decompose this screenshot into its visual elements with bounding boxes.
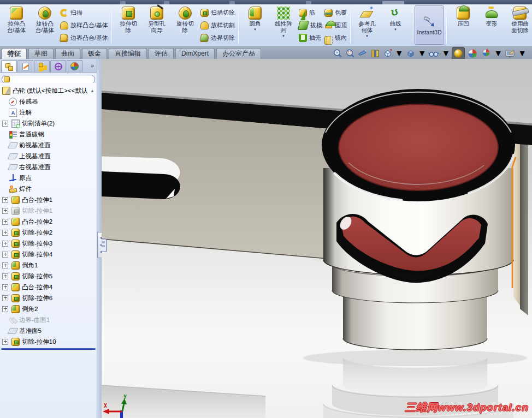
expand-icon[interactable] — [2, 208, 8, 214]
tree-item-plane5[interactable]: 基准面5 — [0, 325, 97, 336]
tree-item-top-plane[interactable]: 上视基准面 — [0, 151, 97, 162]
tree-item-cut-extrude10[interactable]: 切除-拉伸10 — [0, 336, 97, 347]
display-style-icon[interactable] — [405, 48, 416, 59]
tree-item-boss-extrude4[interactable]: 凸台-拉伸4 — [0, 282, 97, 292]
view-orientation-icon[interactable] — [382, 48, 393, 59]
slot-cut[interactable] — [102, 156, 180, 199]
dropdown-arrow-icon[interactable]: ▼ — [394, 28, 397, 31]
hide-show-items-icon[interactable] — [428, 48, 440, 59]
expand-icon[interactable] — [2, 241, 8, 247]
tree-item-sensors[interactable]: 传感器 — [0, 96, 97, 107]
deform-button[interactable]: 变形 — [477, 5, 506, 45]
reference-geometry-button[interactable]: 参考几 何体 ▼ — [353, 5, 381, 45]
wrap-button[interactable]: 包覆 — [324, 7, 347, 18]
instant3d-button[interactable]: Instant3D — [415, 5, 444, 45]
tree-item-chamfer1[interactable]: 倒角1 — [0, 260, 97, 271]
tab-sketch[interactable]: 草图 — [28, 48, 54, 59]
curves-button[interactable]: 曲线 ▼ — [381, 5, 410, 45]
tree-item-front-plane[interactable]: 前视基准面 — [0, 140, 97, 151]
view-previous-icon[interactable] — [357, 48, 368, 59]
tree-item-annotations[interactable]: 注解 — [0, 107, 97, 118]
extruded-cut-button[interactable]: 拉伸切 除 — [114, 5, 143, 45]
expand-icon[interactable] — [2, 197, 8, 203]
tab-sheetmetal[interactable]: 钣金 — [82, 48, 107, 59]
tree-item-chamfer2[interactable]: 倒角2 — [0, 303, 97, 314]
tab-surfaces[interactable]: 曲面 — [55, 48, 80, 59]
rib-button[interactable]: 筋 — [299, 7, 322, 18]
expand-icon[interactable] — [2, 219, 8, 225]
tree-scroll-up-arrow[interactable]: ▲ — [90, 88, 94, 93]
cylinder-red-bore[interactable] — [339, 104, 498, 190]
boundary-boss-button[interactable]: 边界凸台/基体 — [60, 32, 108, 43]
dropdown-arrow-icon[interactable]: ▼ — [418, 49, 427, 58]
cylinder-top-rim[interactable] — [322, 89, 515, 201]
tree-root-part[interactable]: 凸轮 (默认<按加工><<默认 ▲ — [0, 85, 97, 96]
tree-item-origin[interactable]: 原点 — [0, 172, 97, 183]
tree-item-weldment[interactable]: 焊件 — [0, 183, 97, 194]
tree-item-boss-extrude2[interactable]: 凸台-拉伸2 — [0, 216, 97, 227]
tree-item-cut-extrude2[interactable]: 切除-拉伸2 — [0, 227, 97, 238]
tree-item-cut-extrude3[interactable]: 切除-拉伸3 — [0, 238, 97, 249]
expand-icon[interactable] — [2, 121, 8, 127]
view-settings-icon[interactable] — [480, 47, 492, 59]
tree-item-material[interactable]: 普通碳钢 — [0, 129, 97, 140]
swept-boss-button[interactable]: 扫描 — [60, 7, 108, 18]
lofted-boss-button[interactable]: 放样凸台/基体 — [60, 20, 108, 31]
expand-icon[interactable] — [2, 339, 8, 345]
swept-cut-button[interactable]: 扫描切除 — [200, 7, 235, 18]
dropdown-arrow-icon[interactable]: ▼ — [395, 49, 404, 58]
apply-appearance-icon[interactable] — [452, 47, 465, 60]
rollback-bar[interactable] — [1, 348, 96, 350]
extruded-boss-button[interactable]: 拉伸凸 台/基体 — [2, 5, 31, 45]
zoom-to-fit-icon[interactable] — [332, 48, 343, 59]
tree-item-cut-extrude6[interactable]: 切除-拉伸6 — [0, 292, 97, 303]
mirror-button[interactable]: 镜向 — [324, 32, 347, 43]
graphics-area[interactable]: X y 三维网www.3dportal.cn — [102, 59, 532, 418]
apply-scene-icon[interactable] — [466, 47, 478, 59]
tab-direct-editing[interactable]: 直接编辑 — [109, 48, 147, 59]
tree-item-cut-extrude5[interactable]: 切除-拉伸5 — [0, 271, 97, 282]
displaymanager-tab[interactable] — [67, 60, 82, 72]
model-scene[interactable]: X y — [102, 59, 532, 418]
expand-icon[interactable] — [2, 230, 8, 236]
dimxpertmanager-tab[interactable] — [50, 60, 66, 72]
panel-tabs-overflow-chevron[interactable]: » — [91, 62, 94, 69]
shell-button[interactable]: 抽壳 — [299, 32, 322, 43]
cut-with-surface-button[interactable]: 使用曲 面切除 — [506, 5, 532, 45]
dropdown-arrow-icon[interactable]: ▼ — [253, 28, 257, 31]
section-view-icon[interactable] — [370, 48, 381, 59]
configurationmanager-tab[interactable] — [34, 60, 50, 72]
expand-icon[interactable] — [2, 306, 8, 312]
draft-button[interactable]: 拔模 — [299, 20, 322, 31]
tab-dimxpert[interactable]: DimXpert — [175, 48, 215, 59]
dropdown-arrow-icon[interactable]: ▼ — [282, 34, 285, 38]
expand-icon[interactable] — [2, 262, 8, 268]
boundary-cut-button[interactable]: 边界切除 — [200, 32, 235, 43]
tab-evaluate[interactable]: 评估 — [149, 48, 174, 59]
fillet-button[interactable]: 圆角 ▼ — [241, 5, 269, 45]
tree-item-right-plane[interactable]: 右视基准面 — [0, 162, 97, 172]
linear-pattern-button[interactable]: 线性阵 列 ▼ — [269, 5, 298, 45]
expand-icon[interactable] — [2, 252, 8, 258]
lofted-cut-button[interactable]: 放样切割 — [200, 20, 235, 31]
indent-button[interactable]: 压凹 — [449, 5, 477, 45]
dropdown-arrow-icon[interactable]: ▼ — [365, 34, 369, 38]
tree-item-cut-extrude4[interactable]: 切除-拉伸4 — [0, 249, 97, 260]
expand-icon[interactable] — [2, 284, 8, 290]
revolved-boss-button[interactable]: 旋转凸 台/基体 — [31, 5, 59, 45]
dropdown-arrow-icon[interactable]: ▼ — [494, 49, 503, 58]
propertymanager-tab[interactable] — [17, 60, 33, 72]
tree-item-cutlist[interactable]: 切割清单(2) — [0, 118, 97, 129]
tab-office-products[interactable]: 办公室产品 — [216, 48, 261, 59]
dropdown-arrow-icon[interactable]: ▼ — [518, 49, 527, 58]
revolved-cut-button[interactable]: 旋转切 除 — [171, 5, 199, 45]
expand-icon[interactable] — [2, 295, 8, 301]
featuremanager-tab[interactable] — [1, 60, 17, 72]
zoom-to-area-icon[interactable] — [345, 48, 356, 59]
dome-button[interactable]: 圆顶 — [324, 20, 347, 31]
tree-item-boundary-surface1-suppressed[interactable]: 边界-曲面1 — [0, 314, 97, 325]
tree-item-cut-extrude1-suppressed[interactable]: 切除-拉伸1 — [0, 205, 97, 216]
dropdown-arrow-icon[interactable]: ▼ — [441, 49, 450, 58]
expand-icon[interactable] — [2, 273, 8, 279]
tab-features[interactable]: 特征 — [2, 48, 27, 59]
